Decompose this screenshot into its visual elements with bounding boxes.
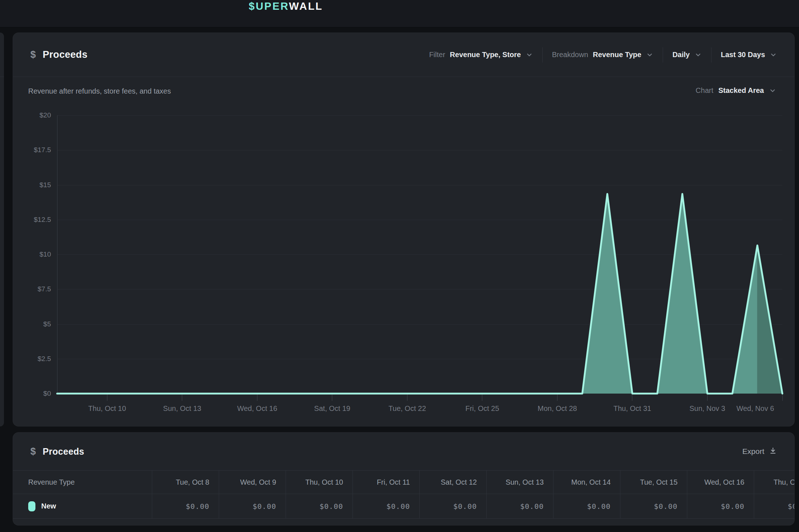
table-header-cell: Sun, Oct 13 [486, 471, 553, 494]
y-axis-label: $5 [18, 319, 51, 329]
table-header-cell: Thu, Oct 10 [286, 471, 352, 494]
value-text: $0.00 [587, 502, 611, 511]
proceeds-table-card: $ Proceeds Export Revenue TypeTue, Oct 8… [13, 432, 795, 525]
x-axis-tick [632, 394, 632, 401]
table-header-cell: Revenue Type [13, 471, 152, 494]
table-value-cell: $0.00 [553, 494, 620, 518]
y-axis-label: $10 [18, 250, 51, 259]
x-axis-tick [482, 394, 482, 401]
x-axis-tick [257, 394, 257, 401]
card-title: Proceeds [43, 446, 84, 457]
value-text: $0.00 [186, 502, 209, 511]
row-label: New [41, 502, 56, 510]
y-axis-label: $15 [18, 180, 51, 190]
value-text: $0.00 [788, 502, 795, 511]
y-axis-label: $20 [18, 111, 51, 120]
table-value-cell: $0.00 [286, 494, 352, 518]
y-axis-label: $17.5 [18, 145, 51, 155]
table-row: New$0.00$0.00$0.00$0.00$0.00$0.00$0.00$0… [13, 494, 795, 519]
chart-plot[interactable]: $20$17.5$15$12.5$10$7.5$5$2.5$0Thu, Oct … [13, 33, 794, 426]
table-header-cell: Tue, Oct 8 [152, 471, 219, 494]
proceeds-chart-card: $ Proceeds Filter Revenue Type, Store Br… [13, 33, 795, 426]
table-header-cell: Wed, Oct 16 [687, 471, 754, 494]
x-axis-label: Fri, Oct 25 [452, 403, 513, 413]
table-header-cell: Mon, Oct 14 [553, 471, 620, 494]
x-axis-label: Wed, Oct 16 [226, 403, 288, 413]
x-axis-label: Sat, Oct 19 [302, 403, 363, 413]
x-axis-tick [332, 394, 332, 401]
export-button[interactable]: Export [742, 447, 777, 456]
area-fill [57, 194, 757, 394]
x-axis-label: Wed, Nov 6 [725, 403, 786, 413]
table-card-header: $ Proceeds Export [13, 433, 794, 470]
table-header-cell: Sat, Oct 12 [419, 471, 486, 494]
x-axis-tick [407, 394, 407, 401]
download-icon [769, 447, 777, 456]
x-axis-label: Thu, Oct 31 [602, 403, 663, 413]
value-text: $0.00 [520, 502, 544, 511]
table-header-cell: Tue, Oct 15 [620, 471, 687, 494]
x-axis-tick [107, 394, 107, 401]
value-text: $0.00 [386, 502, 410, 511]
table-header-row: Revenue TypeTue, Oct 8Wed, Oct 9Thu, Oct… [13, 470, 795, 494]
table-value-cell: $0.00 [219, 494, 286, 518]
table-value-cell: $0.00 [486, 494, 553, 518]
x-axis-label: Tue, Oct 22 [376, 403, 438, 413]
superwall-logo: $UPERWALL [249, 0, 323, 12]
table-header-cell: Thu, Oct 17 [754, 471, 795, 494]
area-chart-svg [57, 115, 782, 394]
x-axis-tick [782, 394, 783, 401]
previous-card-edge [0, 33, 4, 426]
table-value-cell: $0.00 [352, 494, 419, 518]
table-value-cell: $0.00 [754, 494, 795, 518]
value-text: $0.00 [320, 502, 343, 511]
x-axis-label: Mon, Oct 28 [526, 403, 588, 413]
table-header-cell: Wed, Oct 9 [219, 471, 286, 494]
legend-swatch [28, 501, 35, 511]
table-header-cell: Fri, Oct 11 [352, 471, 419, 494]
x-axis-tick [557, 394, 557, 401]
x-axis-label: Sun, Oct 13 [151, 403, 213, 413]
x-axis-tick [182, 394, 182, 401]
y-axis-label: $7.5 [18, 284, 51, 294]
value-text: $0.00 [721, 502, 744, 511]
value-text: $0.00 [453, 502, 477, 511]
x-axis-label: Thu, Oct 10 [76, 403, 138, 413]
row-legend-cell[interactable]: New [13, 494, 152, 518]
revenue-table: Revenue TypeTue, Oct 8Wed, Oct 9Thu, Oct… [13, 470, 794, 519]
y-axis-label: $0 [18, 389, 51, 398]
table-value-cell: $0.00 [687, 494, 754, 518]
value-text: $0.00 [654, 502, 678, 511]
export-label: Export [742, 447, 764, 456]
table-value-cell: $0.00 [419, 494, 486, 518]
dollar-icon: $ [30, 446, 43, 457]
table-value-cell: $0.00 [152, 494, 219, 518]
divider [0, 77, 4, 77]
x-axis-tick [707, 394, 708, 401]
table-value-cell: $0.00 [620, 494, 687, 518]
y-axis-label: $2.5 [18, 354, 51, 364]
logo-text-teal: $UPER [249, 0, 289, 12]
y-axis-label: $12.5 [18, 215, 51, 224]
value-text: $0.00 [253, 502, 276, 511]
topbar: $UPERWALL [0, 0, 799, 27]
logo-text-white: WALL [289, 0, 323, 12]
